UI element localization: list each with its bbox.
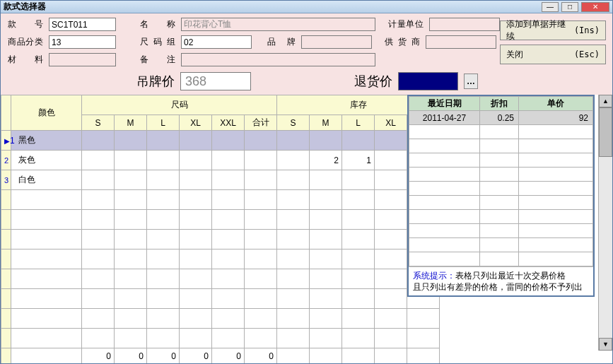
- label-category: 商品分类: [8, 36, 43, 48]
- maximize-icon[interactable]: □: [561, 2, 578, 12]
- scroll-thumb[interactable]: [599, 107, 612, 157]
- label-code: 款 号: [8, 18, 43, 30]
- table-row[interactable]: ▶1 黑色: [1, 131, 440, 151]
- minimize-icon[interactable]: —: [542, 2, 559, 12]
- price-history-panel: 最近日期 折扣 单价 2011-04-27 0.25 92: [407, 95, 595, 297]
- label-supplier: 供 货 商: [385, 36, 420, 48]
- label-tagprice: 吊牌价: [136, 73, 175, 90]
- add-button-label: 添加到单据并继续: [506, 18, 574, 42]
- unit-input: [429, 18, 500, 31]
- col-date: 最近日期: [409, 97, 480, 111]
- code-input[interactable]: SC1T011: [49, 18, 116, 31]
- form-area: 款 号 SC1T011 名 称 印花背心T恤 计量单位 商品分类 13 尺码组 …: [1, 13, 612, 95]
- col-price: 单价: [519, 97, 593, 111]
- add-button[interactable]: 添加到单据并继续 (Ins): [500, 20, 606, 40]
- label-returnprice: 退货价: [354, 73, 392, 90]
- close-button-label: 关闭: [506, 49, 523, 61]
- returnprice-lookup-button[interactable]: …: [464, 74, 478, 89]
- label-remark: 备 注: [140, 54, 175, 66]
- supplier-input: [426, 35, 496, 49]
- material-input: [49, 53, 116, 66]
- label-sizegroup: 尺码组: [140, 36, 175, 48]
- table-row[interactable]: 3 白色: [1, 170, 440, 190]
- close-button-shortcut: (Esc): [574, 49, 600, 59]
- close-button[interactable]: 关闭 (Esc): [500, 45, 606, 64]
- col-disc: 折扣: [480, 97, 519, 111]
- close-icon[interactable]: ✕: [581, 2, 609, 12]
- label-material: 材 料: [8, 54, 43, 66]
- label-unit: 计量单位: [388, 18, 424, 30]
- name-input: 印花背心T恤: [181, 18, 375, 31]
- label-brand: 品 牌: [267, 36, 296, 48]
- brand-input: [301, 35, 372, 49]
- row-pointer-icon: ▶: [4, 137, 10, 145]
- col-color: 颜色: [11, 95, 82, 131]
- col-size: 尺码: [82, 95, 277, 115]
- category-input[interactable]: 13: [49, 35, 116, 49]
- label-name: 名 称: [140, 18, 175, 30]
- tagprice-input: 368: [180, 72, 251, 90]
- scroll-up-icon[interactable]: ▲: [599, 95, 612, 107]
- table-row[interactable]: 2 灰色 2 1: [1, 151, 440, 170]
- scroll-down-icon[interactable]: ▼: [599, 338, 612, 351]
- price-row[interactable]: 2011-04-27 0.25 92: [409, 111, 593, 125]
- main-grid[interactable]: 颜色 尺码 库存 S M L XL XXL 合计 S M L XL XXL: [1, 95, 407, 363]
- titlebar: 款式选择器 — □ ✕: [1, 1, 612, 13]
- system-tip: 系统提示：表格只列出最近十次交易价格 且只列出有差异的价格，雷同的价格不予列出: [409, 266, 593, 295]
- add-button-shortcut: (Ins): [574, 25, 600, 35]
- returnprice-input[interactable]: [398, 72, 458, 90]
- vertical-scrollbar[interactable]: ▲ ▼: [598, 95, 612, 351]
- remark-input: [181, 53, 375, 66]
- window-title: 款式选择器: [4, 1, 542, 13]
- sizegroup-input[interactable]: 02: [181, 35, 252, 49]
- totals-row: 0 0 0 0 0 0: [1, 348, 440, 364]
